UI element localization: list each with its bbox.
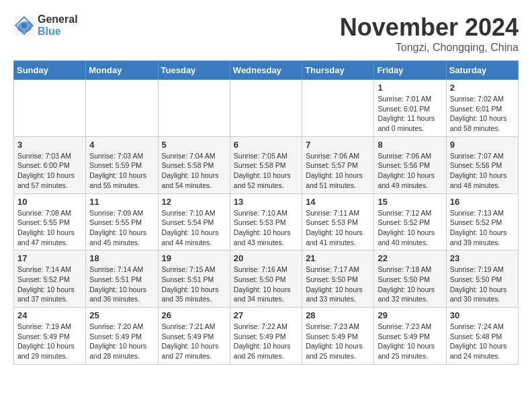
day-info: Sunrise: 7:20 AM Sunset: 5:49 PM Dayligh… (89, 322, 154, 361)
day-info: Sunrise: 7:09 AM Sunset: 5:55 PM Dayligh… (89, 208, 154, 248)
day-info: Sunrise: 7:24 AM Sunset: 5:48 PM Dayligh… (450, 322, 515, 361)
day-info: Sunrise: 7:14 AM Sunset: 5:51 PM Dayligh… (89, 265, 154, 304)
calendar-cell: 28Sunrise: 7:23 AM Sunset: 5:49 PM Dayli… (302, 308, 374, 365)
calendar-week-row: 3Sunrise: 7:03 AM Sunset: 6:00 PM Daylig… (14, 136, 519, 193)
calendar-cell (14, 80, 86, 137)
day-info: Sunrise: 7:06 AM Sunset: 5:56 PM Dayligh… (378, 151, 442, 191)
calendar-cell: 10Sunrise: 7:08 AM Sunset: 5:55 PM Dayli… (14, 193, 86, 250)
weekday-header: Tuesday (158, 61, 230, 80)
day-info: Sunrise: 7:21 AM Sunset: 5:49 PM Dayligh… (162, 322, 226, 361)
day-info: Sunrise: 7:19 AM Sunset: 5:50 PM Dayligh… (450, 265, 515, 304)
day-info: Sunrise: 7:07 AM Sunset: 5:56 PM Dayligh… (450, 151, 515, 191)
weekday-header: Thursday (302, 61, 374, 80)
logo-text: General Blue (38, 13, 78, 38)
day-number: 27 (234, 310, 298, 320)
calendar-cell: 2Sunrise: 7:02 AM Sunset: 6:01 PM Daylig… (446, 80, 518, 137)
day-number: 13 (234, 197, 298, 207)
day-number: 8 (378, 140, 442, 150)
day-info: Sunrise: 7:22 AM Sunset: 5:49 PM Dayligh… (234, 322, 298, 361)
day-number: 12 (162, 197, 226, 207)
day-info: Sunrise: 7:05 AM Sunset: 5:58 PM Dayligh… (234, 151, 298, 191)
calendar-cell: 25Sunrise: 7:20 AM Sunset: 5:49 PM Dayli… (86, 308, 158, 365)
location: Tongzi, Chongqing, China (340, 42, 519, 54)
day-number: 24 (17, 310, 82, 320)
weekday-header: Saturday (446, 61, 518, 80)
logo: General Blue (13, 13, 78, 38)
day-info: Sunrise: 7:06 AM Sunset: 5:57 PM Dayligh… (306, 151, 370, 191)
day-info: Sunrise: 7:10 AM Sunset: 5:53 PM Dayligh… (234, 208, 298, 248)
day-number: 21 (306, 253, 370, 263)
day-number: 28 (306, 310, 370, 320)
day-info: Sunrise: 7:14 AM Sunset: 5:52 PM Dayligh… (17, 265, 82, 304)
day-info: Sunrise: 7:01 AM Sunset: 6:01 PM Dayligh… (378, 94, 442, 134)
day-info: Sunrise: 7:15 AM Sunset: 5:51 PM Dayligh… (162, 265, 226, 304)
day-info: Sunrise: 7:12 AM Sunset: 5:52 PM Dayligh… (378, 208, 442, 248)
calendar-cell: 17Sunrise: 7:14 AM Sunset: 5:52 PM Dayli… (14, 250, 86, 308)
day-info: Sunrise: 7:10 AM Sunset: 5:54 PM Dayligh… (162, 208, 226, 248)
calendar-cell: 20Sunrise: 7:16 AM Sunset: 5:50 PM Dayli… (230, 250, 302, 308)
day-number: 3 (17, 140, 82, 150)
calendar-cell: 24Sunrise: 7:19 AM Sunset: 5:49 PM Dayli… (14, 308, 86, 365)
day-number: 7 (306, 140, 370, 150)
calendar-cell: 3Sunrise: 7:03 AM Sunset: 6:00 PM Daylig… (14, 136, 86, 193)
calendar-cell: 11Sunrise: 7:09 AM Sunset: 5:55 PM Dayli… (86, 193, 158, 250)
calendar-cell: 27Sunrise: 7:22 AM Sunset: 5:49 PM Dayli… (230, 308, 302, 365)
day-number: 10 (17, 197, 82, 207)
calendar-cell: 18Sunrise: 7:14 AM Sunset: 5:51 PM Dayli… (86, 250, 158, 308)
day-info: Sunrise: 7:13 AM Sunset: 5:52 PM Dayligh… (450, 208, 515, 248)
day-info: Sunrise: 7:23 AM Sunset: 5:49 PM Dayligh… (306, 322, 370, 361)
calendar-week-row: 10Sunrise: 7:08 AM Sunset: 5:55 PM Dayli… (14, 193, 519, 250)
day-number: 9 (450, 140, 515, 150)
calendar-cell: 9Sunrise: 7:07 AM Sunset: 5:56 PM Daylig… (446, 136, 518, 193)
calendar-cell: 7Sunrise: 7:06 AM Sunset: 5:57 PM Daylig… (302, 136, 374, 193)
calendar-cell: 30Sunrise: 7:24 AM Sunset: 5:48 PM Dayli… (446, 308, 518, 365)
day-info: Sunrise: 7:04 AM Sunset: 5:58 PM Dayligh… (162, 151, 226, 191)
day-info: Sunrise: 7:23 AM Sunset: 5:49 PM Dayligh… (378, 322, 442, 361)
calendar-cell: 4Sunrise: 7:03 AM Sunset: 5:59 PM Daylig… (86, 136, 158, 193)
title-block: November 2024 Tongzi, Chongqing, China (340, 13, 519, 54)
day-number: 20 (234, 253, 298, 263)
day-number: 6 (234, 140, 298, 150)
calendar-cell (86, 80, 158, 137)
day-info: Sunrise: 7:18 AM Sunset: 5:50 PM Dayligh… (378, 265, 442, 304)
calendar-cell: 19Sunrise: 7:15 AM Sunset: 5:51 PM Dayli… (158, 250, 230, 308)
calendar-week-row: 17Sunrise: 7:14 AM Sunset: 5:52 PM Dayli… (14, 250, 519, 308)
calendar-header-row: SundayMondayTuesdayWednesdayThursdayFrid… (14, 61, 519, 80)
day-info: Sunrise: 7:03 AM Sunset: 5:59 PM Dayligh… (89, 151, 154, 191)
calendar-cell: 1Sunrise: 7:01 AM Sunset: 6:01 PM Daylig… (374, 80, 446, 137)
weekday-header: Sunday (14, 61, 86, 80)
calendar-cell: 26Sunrise: 7:21 AM Sunset: 5:49 PM Dayli… (158, 308, 230, 365)
calendar-cell (230, 80, 302, 137)
logo-icon (13, 15, 35, 36)
day-info: Sunrise: 7:11 AM Sunset: 5:53 PM Dayligh… (306, 208, 370, 248)
weekday-header: Wednesday (230, 61, 302, 80)
day-number: 4 (89, 140, 154, 150)
calendar-cell (158, 80, 230, 137)
calendar-cell: 5Sunrise: 7:04 AM Sunset: 5:58 PM Daylig… (158, 136, 230, 193)
calendar-cell: 23Sunrise: 7:19 AM Sunset: 5:50 PM Dayli… (446, 250, 518, 308)
calendar-cell: 29Sunrise: 7:23 AM Sunset: 5:49 PM Dayli… (374, 308, 446, 365)
day-number: 16 (450, 197, 515, 207)
day-info: Sunrise: 7:17 AM Sunset: 5:50 PM Dayligh… (306, 265, 370, 304)
calendar-cell: 13Sunrise: 7:10 AM Sunset: 5:53 PM Dayli… (230, 193, 302, 250)
calendar-cell: 16Sunrise: 7:13 AM Sunset: 5:52 PM Dayli… (446, 193, 518, 250)
day-number: 17 (17, 253, 82, 263)
calendar-cell: 12Sunrise: 7:10 AM Sunset: 5:54 PM Dayli… (158, 193, 230, 250)
weekday-header: Monday (86, 61, 158, 80)
day-info: Sunrise: 7:08 AM Sunset: 5:55 PM Dayligh… (17, 208, 82, 248)
calendar-cell: 22Sunrise: 7:18 AM Sunset: 5:50 PM Dayli… (374, 250, 446, 308)
calendar-week-row: 24Sunrise: 7:19 AM Sunset: 5:49 PM Dayli… (14, 308, 519, 365)
day-number: 14 (306, 197, 370, 207)
calendar-table: SundayMondayTuesdayWednesdayThursdayFrid… (13, 60, 519, 365)
day-number: 26 (162, 310, 226, 320)
day-info: Sunrise: 7:03 AM Sunset: 6:00 PM Dayligh… (17, 151, 82, 191)
calendar-cell: 14Sunrise: 7:11 AM Sunset: 5:53 PM Dayli… (302, 193, 374, 250)
calendar-week-row: 1Sunrise: 7:01 AM Sunset: 6:01 PM Daylig… (14, 80, 519, 137)
day-number: 30 (450, 310, 515, 320)
day-info: Sunrise: 7:16 AM Sunset: 5:50 PM Dayligh… (234, 265, 298, 304)
weekday-header: Friday (374, 61, 446, 80)
day-number: 2 (450, 83, 515, 93)
month-title: November 2024 (340, 13, 519, 42)
day-number: 15 (378, 197, 442, 207)
calendar-cell (302, 80, 374, 137)
